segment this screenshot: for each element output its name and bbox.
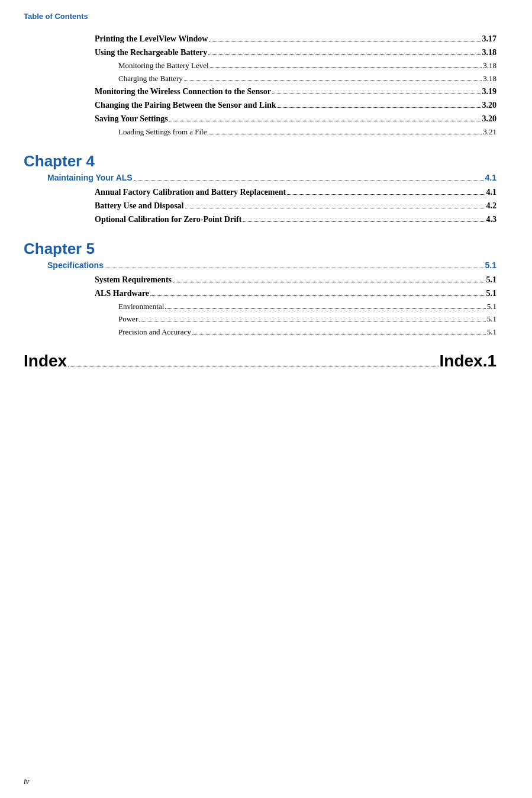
toc-title: Optional Calibration for Zero-Point Drif… [95, 213, 241, 226]
toc-row-saving-settings: Saving Your Settings 3.20 [95, 112, 496, 125]
toc-dots [243, 221, 485, 222]
toc-dots [192, 334, 486, 334]
toc-row-system-requirements: System Requirements 5.1 [95, 273, 496, 286]
index-row: Index Index.1 [24, 352, 496, 371]
toc-dots [173, 282, 485, 282]
toc-dots [169, 121, 481, 121]
toc-page: 4.3 [486, 213, 497, 226]
toc-title: Power [118, 313, 138, 325]
chapter4-section: Chapter 4 Maintaining Your ALS 4.1 Annua… [24, 152, 508, 226]
toc-dots [134, 180, 484, 181]
toc-row-power: Power 5.1 [95, 313, 496, 325]
page-footer: iv [24, 777, 29, 786]
toc-title: System Requirements [95, 273, 172, 286]
toc-page: 3.21 [483, 126, 496, 138]
toc-row-battery-use: Battery Use and Disposal 4.2 [95, 199, 496, 212]
toc-page: 5.1 [487, 301, 496, 313]
toc-row-monitoring-wireless: Monitoring the Wireless Connection to th… [95, 85, 496, 98]
toc-title: Saving Your Settings [95, 112, 168, 125]
toc-page: 3.18 [483, 73, 496, 85]
toc-page: 3.19 [482, 85, 497, 98]
footer-page-number: iv [24, 777, 29, 786]
toc-title: ALS Hardware [95, 287, 149, 300]
chapter5-subheading-page: 5.1 [485, 260, 496, 270]
toc-row-printing-levelview: Printing the LevelView Window 3.17 [95, 33, 496, 45]
chapter5-subheading-title: Specifications [47, 260, 104, 270]
toc-title: Precision and Accuracy [118, 326, 191, 338]
toc-title: Monitoring the Wireless Connection to th… [95, 85, 271, 98]
toc-title: Loading Settings from a File [118, 126, 207, 138]
toc-dots [165, 308, 485, 309]
toc-header: Table of Contents [24, 12, 508, 21]
toc-page: 4.1 [486, 186, 497, 198]
toc-row-environmental: Environmental 5.1 [95, 301, 496, 313]
toc-row-changing-pairing: Changing the Pairing Between the Sensor … [95, 99, 496, 111]
toc-page: 5.1 [487, 326, 496, 338]
toc-page: 5.1 [487, 313, 496, 325]
toc-page: 3.20 [482, 99, 497, 111]
toc-dots [105, 268, 484, 268]
toc-page: 4.2 [486, 199, 497, 212]
chapter5-entries: System Requirements 5.1 ALS Hardware 5.1… [24, 273, 508, 338]
toc-row-optional-calibration: Optional Calibration for Zero-Point Drif… [95, 213, 496, 226]
index-title: Index [24, 352, 67, 371]
toc-page: 3.18 [483, 60, 496, 72]
toc-title: Annual Factory Calibration and Battery R… [95, 186, 286, 198]
toc-dots [210, 67, 482, 68]
toc-row-rechargeable: Using the Rechargeable Battery 3.18 [95, 46, 496, 59]
toc-dots [209, 41, 481, 41]
chapter5-heading: Chapter 5 [24, 240, 508, 258]
index-section: Index Index.1 [24, 352, 508, 371]
toc-row-precision: Precision and Accuracy 5.1 [95, 326, 496, 338]
toc-dots [278, 107, 481, 108]
index-page: Index.1 [440, 352, 496, 371]
toc-row-als-hardware: ALS Hardware 5.1 [95, 287, 496, 300]
toc-row-charging-battery: Charging the Battery 3.18 [95, 73, 496, 85]
toc-dots [287, 194, 485, 195]
toc-title: Environmental [118, 301, 164, 313]
toc-dots [208, 54, 481, 55]
toc-title: Monitoring the Battery Level [118, 60, 209, 72]
toc-dots [184, 81, 482, 81]
toc-page: 3.17 [482, 33, 497, 45]
chapter4-subheading-row: Maintaining Your ALS 4.1 [24, 173, 508, 182]
chapter4-subheading-page: 4.1 [485, 173, 496, 182]
chapter3-entries: Printing the LevelView Window 3.17 Using… [24, 33, 508, 138]
toc-page: 3.18 [482, 46, 497, 59]
chapter4-heading: Chapter 4 [24, 152, 508, 170]
chapter4-entries: Annual Factory Calibration and Battery R… [24, 186, 508, 226]
toc-row-loading-settings: Loading Settings from a File 3.21 [95, 126, 496, 138]
chapter4-subheading: Maintaining Your ALS 4.1 [36, 173, 496, 182]
toc-page: 3.20 [482, 112, 497, 125]
toc-row-annual-factory: Annual Factory Calibration and Battery R… [95, 186, 496, 198]
toc-title: Charging the Battery [118, 73, 183, 85]
toc-title: Changing the Pairing Between the Sensor … [95, 99, 276, 111]
toc-page: 5.1 [486, 287, 497, 300]
toc-dots [139, 321, 486, 321]
toc-row-monitoring-battery: Monitoring the Battery Level 3.18 [95, 60, 496, 72]
chapter5-section: Chapter 5 Specifications 5.1 System Requ… [24, 240, 508, 338]
toc-dots [68, 366, 438, 366]
toc-page: 5.1 [486, 273, 497, 286]
chapter5-subheading: Specifications 5.1 [36, 260, 496, 270]
toc-title: Using the Rechargeable Battery [95, 46, 207, 59]
chapter4-subheading-title: Maintaining Your ALS [47, 173, 133, 182]
toc-title: Battery Use and Disposal [95, 199, 184, 212]
toc-dots [150, 295, 485, 296]
toc-dots [272, 94, 481, 94]
toc-dots [208, 134, 482, 134]
chapter5-subheading-row: Specifications 5.1 [24, 260, 508, 270]
toc-title: Printing the LevelView Window [95, 33, 208, 45]
toc-dots [185, 208, 485, 208]
